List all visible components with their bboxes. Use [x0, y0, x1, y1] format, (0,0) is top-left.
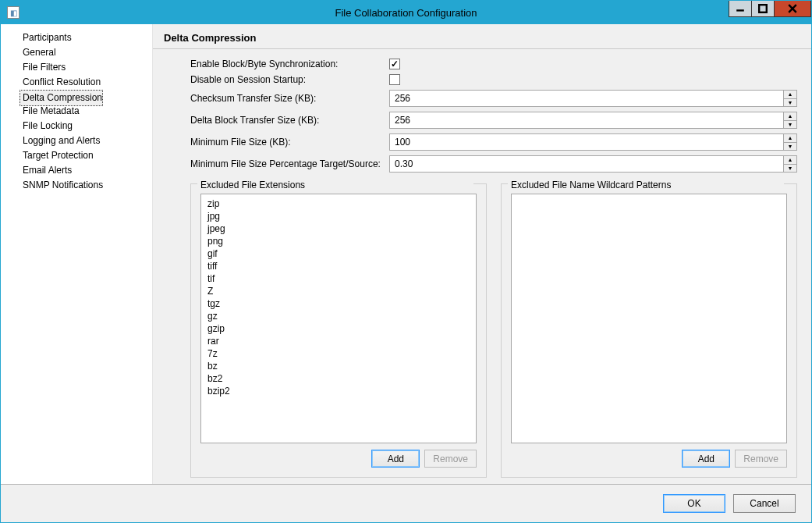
min-pct-spin-buttons: ▲ ▼ — [783, 155, 797, 173]
list-item[interactable]: png — [207, 235, 470, 247]
sidebar-item-file-locking[interactable]: File Locking — [1, 119, 152, 133]
group-ext-title: Excluded File Extensions — [197, 180, 473, 190]
main-area: ParticipantsGeneralFile FiltersConflict … — [1, 24, 811, 485]
list-item[interactable]: bz2 — [207, 372, 470, 385]
groups-row: Excluded File Extensions zipjpgjpegpnggi… — [153, 183, 811, 484]
list-item[interactable]: bzip2 — [207, 385, 470, 397]
sidebar-item-participants[interactable]: Participants — [1, 30, 152, 45]
min-size-spin-down[interactable]: ▼ — [784, 143, 796, 151]
delta-block-spin-up[interactable]: ▲ — [784, 112, 796, 121]
min-size-label: Minimum File Size (KB): — [190, 137, 389, 148]
min-pct-spin-down[interactable]: ▼ — [784, 165, 796, 173]
enable-sync-checkbox[interactable] — [389, 59, 400, 69]
disable-startup-checkbox[interactable] — [389, 74, 400, 85]
min-size-spin-up[interactable]: ▲ — [784, 134, 796, 143]
row-checksum: Checksum Transfer Size (KB): ▲ ▼ — [190, 90, 797, 107]
checksum-spin-up[interactable]: ▲ — [784, 91, 796, 99]
ok-button[interactable]: OK — [663, 494, 725, 513]
wild-listbox[interactable] — [511, 194, 787, 443]
row-min-size: Minimum File Size (KB): ▲ ▼ — [190, 133, 797, 151]
sidebar-item-target-protection[interactable]: Target Protection — [1, 148, 152, 163]
sidebar-item-general[interactable]: General — [1, 45, 152, 60]
close-icon — [788, 4, 797, 13]
list-item[interactable]: rar — [207, 335, 470, 347]
wild-remove-button: Remove — [735, 450, 787, 468]
delta-block-spin-down[interactable]: ▼ — [784, 121, 796, 129]
min-pct-spin-up[interactable]: ▲ — [784, 156, 796, 165]
checksum-label: Checksum Transfer Size (KB): — [190, 93, 389, 104]
sidebar-item-conflict-resolution[interactable]: Conflict Resolution — [1, 75, 152, 90]
checksum-spin-buttons: ▲ ▼ — [783, 90, 797, 107]
checksum-input[interactable] — [389, 90, 783, 107]
sidebar: ParticipantsGeneralFile FiltersConflict … — [1, 24, 153, 484]
min-pct-input[interactable] — [389, 155, 783, 173]
list-item[interactable]: gz — [207, 310, 470, 322]
list-item[interactable]: jpg — [207, 210, 470, 222]
window: ◧ File Collaboration Configuration Parti… — [0, 0, 812, 523]
list-item[interactable]: tiff — [207, 260, 470, 272]
group-excluded-extensions: Excluded File Extensions zipjpgjpegpnggi… — [190, 183, 487, 478]
delta-block-spin-buttons: ▲ ▼ — [783, 112, 797, 129]
list-item[interactable]: gif — [207, 247, 470, 260]
wild-buttons: Add Remove — [511, 450, 787, 468]
maximize-icon — [758, 4, 768, 13]
group-wild-title: Excluded File Name Wildcard Patterns — [508, 180, 784, 190]
list-item[interactable]: gzip — [207, 322, 470, 335]
min-size-input[interactable] — [389, 133, 783, 151]
ext-listbox[interactable]: zipjpgjpegpnggiftifftifZtgzgzgziprar7zbz… — [200, 194, 477, 443]
min-pct-label: Minimum File Size Percentage Target/Sour… — [190, 158, 389, 169]
footer: OK Cancel — [1, 485, 811, 522]
delta-block-spinner: ▲ ▼ — [389, 112, 797, 129]
ext-add-button[interactable]: Add — [371, 450, 420, 468]
maximize-button[interactable] — [751, 1, 775, 17]
row-enable-sync: Enable Block/Byte Synchronization: — [190, 59, 797, 69]
checksum-spinner: ▲ ▼ — [389, 90, 797, 107]
sidebar-item-delta-compression[interactable]: Delta Compression — [20, 90, 103, 106]
row-disable-startup: Disable on Session Startup: — [190, 74, 797, 85]
sidebar-item-file-filters[interactable]: File Filters — [1, 60, 152, 75]
list-item[interactable]: tgz — [207, 297, 470, 310]
content-panel: Delta Compression Enable Block/Byte Sync… — [153, 24, 811, 484]
min-size-spin-buttons: ▲ ▼ — [783, 133, 797, 151]
svg-rect-1 — [759, 5, 767, 12]
delta-block-label: Delta Block Transfer Size (KB): — [190, 115, 389, 126]
enable-sync-label: Enable Block/Byte Synchronization: — [190, 59, 389, 69]
list-item[interactable]: jpeg — [207, 222, 470, 235]
titlebar[interactable]: ◧ File Collaboration Configuration — [1, 1, 811, 24]
group-excluded-wildcards: Excluded File Name Wildcard Patterns Add… — [501, 183, 797, 478]
list-item[interactable]: Z — [207, 285, 470, 297]
ext-buttons: Add Remove — [200, 450, 477, 468]
row-min-pct: Minimum File Size Percentage Target/Sour… — [190, 155, 797, 173]
body: ParticipantsGeneralFile FiltersConflict … — [1, 24, 811, 522]
page-heading: Delta Compression — [153, 24, 811, 49]
min-pct-spinner: ▲ ▼ — [389, 155, 797, 173]
list-item[interactable]: 7z — [207, 347, 470, 360]
min-size-spinner: ▲ ▼ — [389, 133, 797, 151]
window-title: File Collaboration Configuration — [1, 7, 811, 19]
checksum-spin-down[interactable]: ▼ — [784, 99, 796, 107]
list-item[interactable]: zip — [207, 197, 470, 210]
sidebar-item-file-metadata[interactable]: File Metadata — [1, 104, 152, 119]
sidebar-item-logging-and-alerts[interactable]: Logging and Alerts — [1, 133, 152, 148]
delta-block-input[interactable] — [389, 112, 783, 129]
minimize-icon — [736, 4, 745, 13]
sidebar-item-email-alerts[interactable]: Email Alerts — [1, 163, 152, 178]
form-area: Enable Block/Byte Synchronization: Disab… — [153, 49, 811, 183]
app-icon: ◧ — [7, 6, 20, 19]
list-item[interactable]: tif — [207, 272, 470, 285]
cancel-button[interactable]: Cancel — [733, 494, 796, 513]
wild-add-button[interactable]: Add — [682, 450, 730, 468]
close-button[interactable] — [774, 1, 811, 17]
window-controls — [729, 1, 811, 18]
minimize-button[interactable] — [729, 1, 752, 17]
list-item[interactable]: bz — [207, 360, 470, 372]
sidebar-item-snmp-notifications[interactable]: SNMP Notifications — [1, 178, 152, 193]
ext-remove-button: Remove — [424, 450, 477, 468]
disable-startup-label: Disable on Session Startup: — [190, 74, 389, 85]
row-delta-block: Delta Block Transfer Size (KB): ▲ ▼ — [190, 112, 797, 129]
